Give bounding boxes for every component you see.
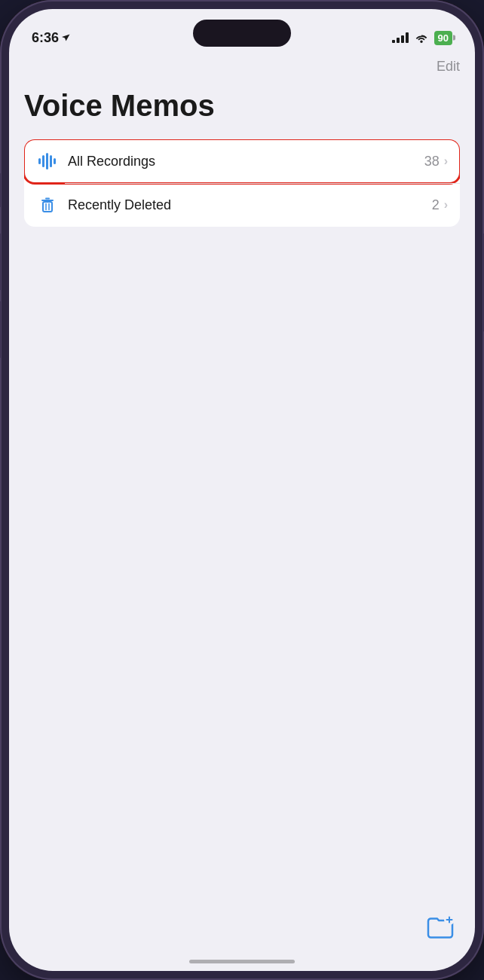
silent-switch [0,173,1,207]
svg-rect-0 [38,158,41,164]
all-recordings-label: All Recordings [68,154,424,169]
signal-bar-4 [406,32,409,43]
all-recordings-item[interactable]: All Recordings 38 › [24,139,460,183]
battery-indicator: 90 [434,31,452,45]
time-display: 6:36 [32,30,59,46]
all-recordings-chevron: › [444,154,448,168]
signal-bar-1 [392,40,395,43]
waveform-icon [36,150,59,172]
new-folder-icon [425,912,455,942]
new-folder-button[interactable] [424,911,457,944]
svg-rect-4 [54,158,56,164]
page-title: Voice Memos [24,89,460,123]
recently-deleted-count: 2 [432,197,440,213]
main-content: Edit Voice Memos Al [9,53,475,971]
location-icon [62,33,71,42]
volume-down-button [0,301,1,358]
status-time: 6:36 [32,30,71,46]
svg-rect-2 [46,153,48,169]
status-icons: 90 [392,31,452,45]
battery-level: 90 [438,32,449,44]
signal-bar-2 [397,38,400,43]
recently-deleted-chevron: › [444,198,448,212]
recently-deleted-item[interactable]: Recently Deleted 2 › [24,183,460,227]
edit-button[interactable]: Edit [437,59,460,75]
wifi-icon [415,32,428,43]
svg-rect-1 [42,155,44,167]
phone-frame: 6:36 90 [0,0,484,980]
signal-bar-3 [401,35,404,43]
svg-rect-7 [43,202,52,212]
dynamic-island [193,20,291,47]
screen: 6:36 90 [9,9,475,971]
svg-rect-5 [41,200,54,201]
svg-rect-3 [50,155,52,167]
signal-icon [392,32,409,43]
trash-icon [36,194,59,216]
recently-deleted-label: Recently Deleted [68,197,432,213]
svg-rect-6 [45,198,50,200]
volume-up-button [0,234,1,290]
recordings-list: All Recordings 38 › [24,139,460,227]
all-recordings-count: 38 [424,154,440,169]
home-indicator [189,960,295,963]
